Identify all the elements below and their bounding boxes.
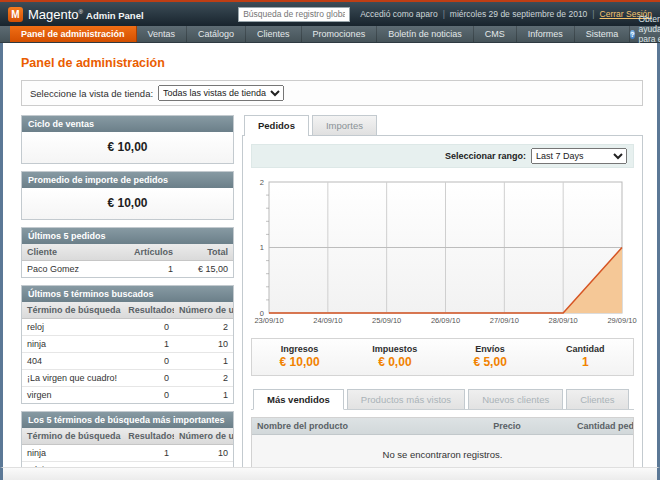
total-label: Impuestos <box>347 344 442 354</box>
total-label: Ingresos <box>252 344 347 354</box>
magento-logo: M Magento®Admin Panel <box>8 7 144 22</box>
column-header-total: Total <box>178 244 233 261</box>
chart-tabs: PedidosImportes <box>242 115 643 135</box>
top-search-terms-widget: Los 5 términos de búsqueda más important… <box>21 411 234 467</box>
last-search-terms-widget: Últimos 5 términos buscados Término de b… <box>21 285 234 404</box>
table-cell: 10 <box>174 445 233 462</box>
total-label: Envíos <box>443 344 538 354</box>
store-view-select[interactable]: Todas las vistas de tienda <box>158 85 284 101</box>
column-header-cliente: Cliente <box>22 244 128 261</box>
column-header-nombre-del-producto: Nombre del producto <box>252 418 488 435</box>
store-view-label: Seleccione la vista de tienda: <box>30 88 153 99</box>
svg-text:28/09/10: 28/09/10 <box>549 316 578 325</box>
average-orders-value: € 10,00 <box>22 188 233 219</box>
widget-title: Últimos 5 términos buscados <box>22 286 233 302</box>
page-title: Panel de administración <box>21 56 643 70</box>
widget-title: Ciclo de ventas <box>22 116 233 132</box>
footer-strip <box>0 467 660 480</box>
table-cell: virgen <box>22 387 123 404</box>
tab-mas-vendidos[interactable]: Más vendidos <box>253 389 344 410</box>
table-cell: 0 <box>123 370 174 387</box>
widget-title: Los 5 términos de búsqueda más important… <box>22 412 233 428</box>
column-header-articulos: Artículos <box>128 244 179 261</box>
table-cell: 404 <box>22 353 123 370</box>
nav-item-clientes[interactable]: Clientes <box>246 26 302 42</box>
tab-nuevos-clientes[interactable]: Nuevos clientes <box>468 389 563 409</box>
svg-text:23/09/10: 23/09/10 <box>254 316 283 325</box>
svg-text:24/09/10: 24/09/10 <box>313 316 342 325</box>
top-search-terms-table: Término de búsquedaResultadosNúmero de u… <box>22 428 233 467</box>
range-select[interactable]: Last 7 Days <box>531 148 627 164</box>
session-info: Accedió como aparo | miércoles 29 de sep… <box>360 9 652 19</box>
last-orders-widget: Últimos 5 pedidos ClienteArtículosTotalP… <box>21 227 234 278</box>
nav-item-boletin-de-noticias[interactable]: Boletín de noticias <box>377 26 474 42</box>
total-envios: Envíos€ 5,00 <box>443 344 538 369</box>
table-row[interactable]: ninja110 <box>22 445 233 462</box>
nav-item-sistema[interactable]: Sistema <box>575 26 631 42</box>
lifetime-sales-value: € 10,00 <box>22 132 233 163</box>
widget-title: Últimos 5 pedidos <box>22 228 233 244</box>
table-cell: ninja <box>22 445 123 462</box>
table-cell: 10 <box>174 336 233 353</box>
table-cell: ninja <box>22 336 123 353</box>
column-header-termino-de-busqueda: Término de búsqueda <box>22 302 123 319</box>
table-cell: 1 <box>123 445 174 462</box>
svg-text:26/09/10: 26/09/10 <box>431 316 460 325</box>
table-row[interactable]: 40401 <box>22 353 233 370</box>
products-table: Nombre del productoPrecioCantidad pedida… <box>252 418 633 467</box>
magento-admin-window: M Magento®Admin Panel Accedió como aparo… <box>0 0 660 480</box>
dashboard-right-column: PedidosImportes Seleccionar rango: Last … <box>242 115 643 467</box>
total-value: € 10,00 <box>252 355 347 369</box>
svg-text:27/09/10: 27/09/10 <box>490 316 519 325</box>
table-cell: 1 <box>174 353 233 370</box>
table-cell: 1 <box>174 387 233 404</box>
table-row[interactable]: virgen01 <box>22 387 233 404</box>
svg-text:2: 2 <box>260 178 264 187</box>
svg-text:25/09/10: 25/09/10 <box>372 316 401 325</box>
svg-text:29/09/10: 29/09/10 <box>607 316 636 325</box>
nav-item-promociones[interactable]: Promociones <box>302 26 378 42</box>
table-cell: ¡La virgen que cuadro! <box>22 370 123 387</box>
column-header-resultados: Resultados <box>123 302 174 319</box>
table-row[interactable]: reloj02 <box>22 319 233 336</box>
nav-item-panel-de-administracion[interactable]: Panel de administración <box>10 26 137 42</box>
table-row[interactable]: ¡La virgen que cuadro!02 <box>22 370 233 387</box>
total-value: € 5,00 <box>443 355 538 369</box>
store-view-switcher: Seleccione la vista de tienda: Todas las… <box>21 80 643 106</box>
nav-item-informes[interactable]: Informes <box>517 26 575 42</box>
table-row[interactable]: ninja110 <box>22 336 233 353</box>
total-cantidad: Cantidad1 <box>538 344 633 369</box>
dashboard-content: Panel de administración Seleccione la vi… <box>0 43 660 467</box>
bottom-tabs: Más vendidosProductos más vistosNuevos c… <box>251 389 634 410</box>
table-cell: € 15,00 <box>178 261 233 278</box>
table-row[interactable]: Paco Gomez1€ 15,00 <box>22 261 233 278</box>
empty-row: No se encontraron registros. <box>252 435 633 468</box>
widget-title: Promedio de importe de pedidos <box>22 172 233 188</box>
last-search-terms-table: Término de búsquedaResultadosNúmero de u… <box>22 302 233 403</box>
help-link[interactable]: ? Obtener ayuda para esta página <box>630 26 660 42</box>
nav-item-catalogo[interactable]: Catálogo <box>187 26 246 42</box>
separator: | <box>443 9 445 19</box>
total-ingresos: Ingresos€ 10,00 <box>252 344 347 369</box>
orders-area-chart: 01223/09/1024/09/1025/09/1026/09/1027/09… <box>251 176 632 328</box>
chart-panel: Seleccionar rango: Last 7 Days 01223/09/… <box>242 135 643 467</box>
main-nav: Panel de administraciónVentasCatálogoCli… <box>0 26 660 43</box>
global-search-input[interactable] <box>238 7 350 22</box>
table-cell: 0 <box>123 319 174 336</box>
total-value: € 0,00 <box>347 355 442 369</box>
lifetime-sales-widget: Ciclo de ventas € 10,00 <box>21 115 234 164</box>
tab-pedidos[interactable]: Pedidos <box>244 115 309 136</box>
nav-item-cms[interactable]: CMS <box>474 26 517 42</box>
nav-items: Panel de administraciónVentasCatálogoCli… <box>0 26 630 42</box>
tab-importes[interactable]: Importes <box>312 115 377 135</box>
column-header-resultados: Resultados <box>123 428 174 445</box>
dashboard-left-column: Ciclo de ventas € 10,00 Promedio de impo… <box>21 115 234 467</box>
total-value: 1 <box>538 355 633 369</box>
total-label: Cantidad <box>538 344 633 354</box>
tab-productos-mas-vistos[interactable]: Productos más vistos <box>347 389 465 409</box>
nav-item-ventas[interactable]: Ventas <box>137 26 188 42</box>
column-header-precio: Precio <box>488 418 572 435</box>
tab-clientes[interactable]: Clientes <box>566 389 628 409</box>
empty-message: No se encontraron registros. <box>252 435 633 468</box>
column-header-termino-de-busqueda: Término de búsqueda <box>22 428 123 445</box>
